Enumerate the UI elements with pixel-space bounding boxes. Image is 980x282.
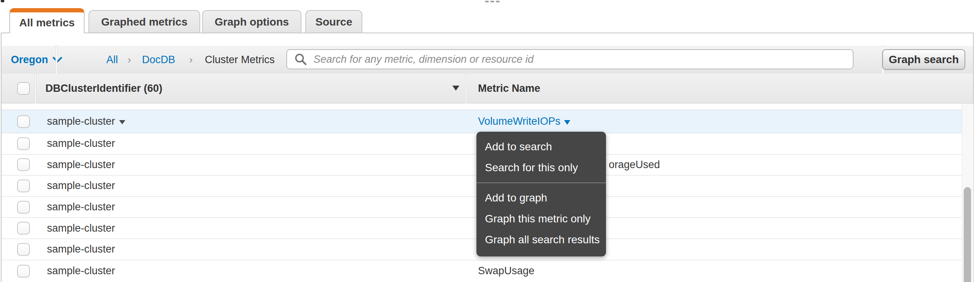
active-tab-bridge <box>10 33 84 34</box>
search-input[interactable] <box>313 50 853 68</box>
tab-label: Source <box>315 16 352 28</box>
cluster-identifier-link[interactable]: sample-cluster <box>47 155 115 175</box>
cluster-identifier-label: sample-cluster <box>47 265 115 277</box>
menu-separator <box>476 182 606 183</box>
metric-search-box <box>286 49 854 69</box>
breadcrumb-separator: › <box>189 46 193 74</box>
breadcrumb-current-label: Cluster Metrics <box>205 54 275 66</box>
tab-label: Graph options <box>215 16 289 28</box>
cluster-identifier-link[interactable]: sample-cluster <box>47 239 115 260</box>
graph-search-button[interactable]: Graph search <box>882 49 965 70</box>
partial-scrolled-row <box>2 103 962 110</box>
row-checkbox[interactable] <box>17 222 30 235</box>
metric-name-label: VolumeWriteIOPs <box>478 115 561 127</box>
row-checkbox[interactable] <box>17 115 30 128</box>
cluster-identifier-label: sample-cluster <box>47 243 115 255</box>
tab-label: Graphed metrics <box>101 16 188 28</box>
table-header: DBClusterIdentifier (60) Metric Name <box>2 74 973 104</box>
row-checkbox[interactable] <box>17 158 30 171</box>
menu-item-graph-this-metric-only[interactable]: Graph this metric only <box>476 208 606 229</box>
metric-name-link[interactable]: SwapUsage <box>478 260 535 282</box>
cluster-identifier-link[interactable]: sample-cluster <box>47 110 125 133</box>
cluster-identifier-label: sample-cluster <box>47 138 115 150</box>
region-selector[interactable]: Oregon <box>11 46 62 74</box>
cluster-identifier-link[interactable]: sample-cluster <box>47 133 115 154</box>
cluster-identifier-link[interactable]: sample-cluster <box>47 175 115 196</box>
metric-name-link[interactable]: VolumeWriteIOPs <box>478 110 570 133</box>
toolbar-divider <box>56 46 57 74</box>
caret-down-icon[interactable] <box>119 120 125 124</box>
cluster-identifier-label: sample-cluster <box>47 180 115 192</box>
tab-graph-options[interactable]: Graph options <box>202 10 301 33</box>
metric-name-label: orageUsed <box>609 159 660 171</box>
tab-label: All metrics <box>19 17 74 29</box>
cluster-identifier-link[interactable]: sample-cluster <box>47 197 115 218</box>
breadcrumb-link: All <box>106 54 118 66</box>
header-divider <box>35 74 36 103</box>
metric-context-menu: Add to searchSearch for this onlyAdd to … <box>476 132 606 256</box>
table-row: sample-cluster SwapUsage <box>2 260 962 282</box>
menu-item-graph-all-search-results[interactable]: Graph all search results <box>476 229 606 250</box>
menu-item-add-to-search[interactable]: Add to search <box>476 136 606 157</box>
row-checkbox[interactable] <box>17 179 30 192</box>
window-edge-artifact <box>1 0 4 2</box>
region-label: Oregon <box>11 54 48 66</box>
select-all-checkbox[interactable] <box>17 82 30 95</box>
header-divider <box>466 74 467 103</box>
metric-name-link[interactable]: orageUsed <box>609 155 660 175</box>
caret-down-icon[interactable] <box>564 120 570 125</box>
cluster-identifier-label: sample-cluster <box>47 115 115 127</box>
panel-drag-handle[interactable] <box>485 1 500 2</box>
tab-all-metrics[interactable]: All metrics <box>9 8 85 33</box>
cluster-identifier-label: sample-cluster <box>47 222 115 234</box>
column-header-metric-name: Metric Name <box>478 74 540 103</box>
row-checkbox[interactable] <box>17 265 30 277</box>
row-checkbox[interactable] <box>17 243 30 256</box>
metrics-toolbar: Oregon All › DocDB › Cluster Metrics <box>2 46 973 74</box>
tab-graphed-metrics[interactable]: Graphed metrics <box>88 10 200 33</box>
row-checkbox[interactable] <box>17 137 30 150</box>
breadcrumb-item-docdb[interactable]: DocDB <box>142 46 175 74</box>
menu-item-search-for-this-only[interactable]: Search for this only <box>476 157 606 178</box>
row-checkbox[interactable] <box>17 201 30 213</box>
cluster-identifier-link[interactable]: sample-cluster <box>47 218 115 239</box>
breadcrumb-link: DocDB <box>142 54 175 66</box>
breadcrumb-item-current: Cluster Metrics <box>205 46 275 74</box>
cluster-identifier-label: sample-cluster <box>47 159 115 171</box>
search-icon <box>294 53 307 66</box>
vertical-scrollbar-thumb[interactable] <box>964 187 971 282</box>
menu-item-add-to-graph[interactable]: Add to graph <box>476 187 606 208</box>
chevron-down-icon <box>53 57 62 63</box>
caret-down-icon[interactable] <box>452 86 459 91</box>
table-row: sample-cluster VolumeWriteIOPs <box>2 110 962 133</box>
breadcrumb-item-all[interactable]: All <box>106 46 118 74</box>
breadcrumb-separator: › <box>128 46 131 74</box>
column-header-dbclusteridentifier: DBClusterIdentifier (60) <box>45 74 163 103</box>
tab-source[interactable]: Source <box>305 10 362 33</box>
cluster-identifier-label: sample-cluster <box>47 201 115 213</box>
metric-name-label: SwapUsage <box>478 265 535 277</box>
cluster-identifier-link[interactable]: sample-cluster <box>47 260 115 282</box>
